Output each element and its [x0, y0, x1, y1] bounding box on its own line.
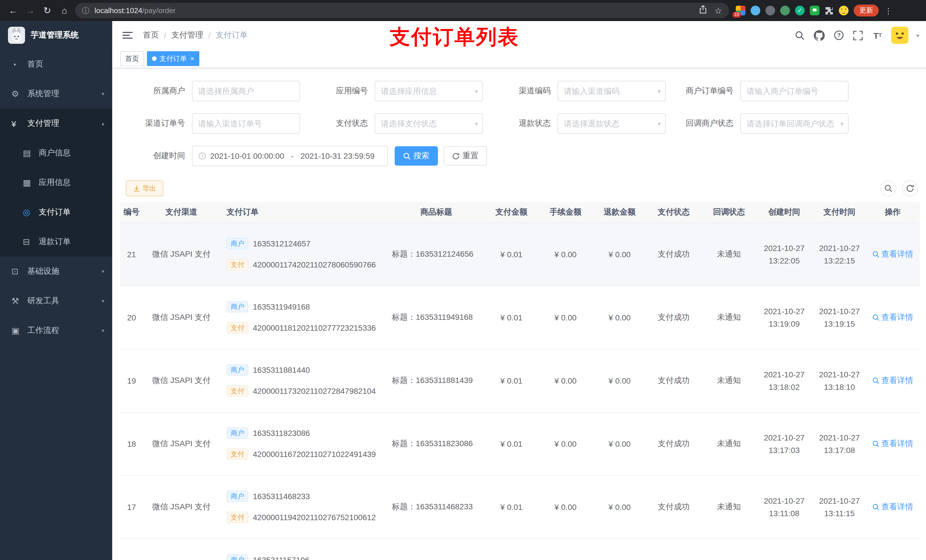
- fullscreen-icon[interactable]: [853, 30, 864, 41]
- sidebar-item-devtool[interactable]: ⚒ 研发工具 ▾: [0, 286, 112, 316]
- orders-table: 编号 支付渠道 支付订单 商品标题 支付金额 手续金额 退款金额 支付状态 回调…: [120, 202, 918, 560]
- reset-button[interactable]: 重置: [443, 146, 487, 166]
- extension-green-icon[interactable]: [780, 6, 790, 15]
- refresh-table-button[interactable]: [902, 180, 918, 196]
- refund-status-select[interactable]: ▾: [558, 113, 666, 134]
- refresh-icon: [906, 184, 914, 192]
- col-create-time: 创建时间: [755, 202, 813, 222]
- sidebar-item-infra[interactable]: ⊡ 基础设施 ▾: [0, 257, 112, 286]
- extensions-bar: 10 ✓ 更新 ⋮: [736, 5, 893, 17]
- page-content: 所属商户 应用编号 ▾: [112, 68, 926, 560]
- address-bar[interactable]: ⓘ localhost:1024/pay/order ☆: [75, 3, 729, 18]
- extension-check-icon[interactable]: ✓: [795, 6, 805, 15]
- date-separator: -: [291, 151, 294, 160]
- chevron-down-icon: ▾: [475, 120, 478, 127]
- breadcrumb-pay[interactable]: 支付管理: [171, 30, 203, 41]
- sidebar-item-pay-order[interactable]: ◎ 支付订单: [0, 198, 112, 227]
- chevron-down-icon: ▾: [658, 88, 661, 94]
- browser-home-icon[interactable]: ⌂: [56, 3, 73, 18]
- card-icon: ▤: [23, 148, 36, 158]
- merchant-tag: 商户: [227, 364, 248, 376]
- browser-menu-icon[interactable]: ⋮: [884, 6, 893, 15]
- search-icon[interactable]: [794, 30, 806, 41]
- chevron-down-icon[interactable]: ▾: [916, 32, 919, 38]
- github-icon[interactable]: [814, 30, 825, 41]
- search-icon: [403, 152, 411, 160]
- filter-label-refund-status: 退款状态: [494, 118, 558, 128]
- annotation-text: 支付订单列表: [390, 23, 519, 51]
- tools-icon: ⚒: [11, 296, 25, 306]
- browser-reload-icon[interactable]: ↻: [39, 3, 56, 18]
- notify-status-select[interactable]: ▾: [740, 113, 849, 134]
- clock-icon: [198, 152, 206, 160]
- create-time-range-picker[interactable]: 2021-10-01 00:00:00 - 2021-10-31 23:59:5…: [192, 146, 388, 166]
- close-icon[interactable]: ×: [190, 55, 194, 62]
- sidebar-item-system[interactable]: ⚙ 系统管理 ▾: [0, 79, 112, 109]
- merchant-order-no-input[interactable]: [740, 81, 849, 101]
- date-end: 2021-10-31 23:59:59: [300, 151, 374, 160]
- extension-chat-icon[interactable]: [810, 6, 820, 15]
- extension-gray-icon[interactable]: [766, 6, 775, 15]
- filter-label-notify-status: 回调商户状态: [676, 118, 740, 128]
- sidebar: 芋道管理系统 ◔ 首页 ⚙ 系统管理 ▾ ¥ 支付管理 ▴: [0, 21, 112, 560]
- view-detail-link[interactable]: 查看详情: [872, 438, 913, 449]
- pay-submenu: ▤ 商户信息 ▦ 应用信息 ◎ 支付订单 ⊟ 退款订单: [0, 138, 112, 257]
- chevron-down-icon: ▾: [841, 120, 843, 127]
- yen-icon: ¥: [11, 119, 25, 128]
- browser-profile-avatar[interactable]: [839, 6, 849, 15]
- bookmark-star-icon[interactable]: ☆: [714, 5, 722, 16]
- col-fee: 手续金额: [536, 202, 595, 222]
- sidebar-item-home[interactable]: ◔ 首页: [0, 50, 112, 79]
- filter-label-app: 应用编号: [311, 86, 375, 96]
- view-detail-link[interactable]: 查看详情: [872, 249, 913, 259]
- view-detail-link[interactable]: 查看详情: [872, 502, 913, 512]
- tab-pay-order[interactable]: 支付订单 ×: [147, 51, 199, 66]
- share-icon[interactable]: [699, 5, 707, 16]
- hamburger-icon[interactable]: [123, 30, 133, 41]
- browser-forward-icon[interactable]: →: [22, 3, 39, 18]
- browser-update-button[interactable]: 更新: [854, 5, 879, 17]
- chevron-down-icon: ▾: [101, 328, 104, 334]
- col-channel: 支付渠道: [143, 202, 220, 222]
- url-text: localhost:1024/pay/order: [95, 6, 176, 15]
- app-logo[interactable]: 芋道管理系统: [0, 21, 112, 50]
- sidebar-item-pay[interactable]: ¥ 支付管理 ▴: [0, 109, 112, 138]
- extension-badge: 10: [732, 12, 741, 18]
- sidebar-menu: ◔ 首页 ⚙ 系统管理 ▾ ¥ 支付管理 ▴ ▤ 商户信息: [0, 50, 112, 346]
- info-icon[interactable]: ⓘ: [82, 5, 89, 16]
- tab-home[interactable]: 首页: [120, 51, 144, 66]
- merchant-select[interactable]: [192, 81, 300, 101]
- export-button[interactable]: 导出: [126, 180, 163, 196]
- pay-status-select[interactable]: ▾: [375, 113, 483, 134]
- merchant-tag: 商户: [227, 427, 248, 439]
- channel-order-no-input[interactable]: [192, 113, 300, 134]
- table-header-row: 编号 支付渠道 支付订单 商品标题 支付金额 手续金额 退款金额 支付状态 回调…: [120, 202, 920, 222]
- table-row: 20 微信 JSAPI 支付 商户1635311949168 支付4200001…: [120, 286, 920, 349]
- browser-back-icon[interactable]: ←: [5, 3, 22, 18]
- sidebar-item-merchant-info[interactable]: ▤ 商户信息: [0, 138, 112, 168]
- merchant-input[interactable]: [198, 86, 294, 96]
- filter-label-merchant-order-no: 商户订单编号: [676, 86, 740, 96]
- extensions-puzzle-icon[interactable]: [825, 6, 834, 15]
- download-icon: [133, 185, 140, 192]
- extension-grid-icon[interactable]: 10: [736, 6, 746, 15]
- toggle-search-button[interactable]: [881, 180, 896, 196]
- sidebar-item-workflow[interactable]: ▣ 工作流程 ▾: [0, 316, 112, 346]
- view-detail-link[interactable]: 查看详情: [872, 375, 913, 386]
- col-amount: 支付金额: [486, 202, 536, 222]
- search-icon: [884, 184, 893, 192]
- col-id: 编号: [120, 202, 143, 222]
- sidebar-item-refund-order[interactable]: ⊟ 退款订单: [0, 227, 112, 257]
- font-size-icon[interactable]: TT: [872, 30, 883, 41]
- breadcrumb-home[interactable]: 首页: [143, 30, 159, 41]
- table-row: 19 微信 JSAPI 支付 商户1635311881440 支付4200001…: [120, 349, 920, 412]
- tags-view-bar: 首页 支付订单 ×: [112, 50, 926, 68]
- channel-code-select[interactable]: ▾: [558, 81, 666, 101]
- app-select[interactable]: ▾: [375, 81, 483, 101]
- user-avatar[interactable]: [891, 27, 908, 44]
- sidebar-item-app-info[interactable]: ▦ 应用信息: [0, 168, 112, 198]
- extension-blue-icon[interactable]: [750, 6, 760, 15]
- search-button[interactable]: 搜索: [395, 146, 438, 166]
- help-icon[interactable]: ?: [833, 30, 844, 41]
- view-detail-link[interactable]: 查看详情: [872, 312, 913, 322]
